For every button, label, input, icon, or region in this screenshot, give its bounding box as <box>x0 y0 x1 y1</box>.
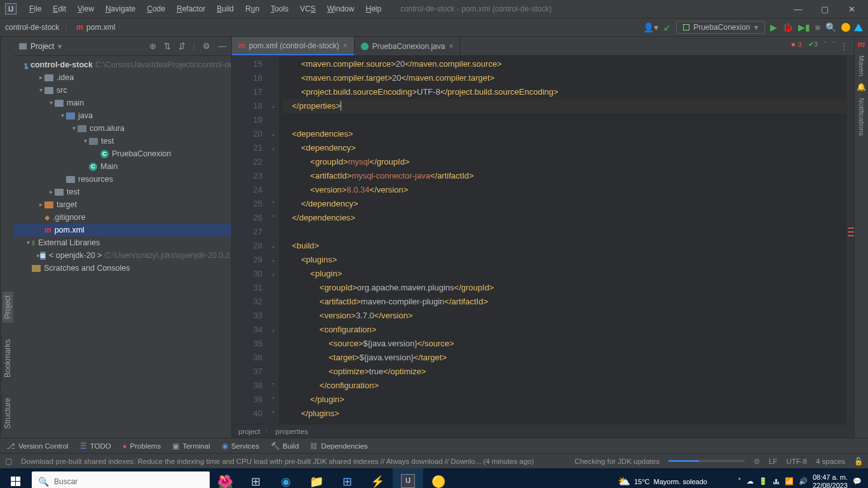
cancel-task-icon[interactable]: ⊘ <box>754 457 760 466</box>
intellij-icon[interactable]: IJ <box>393 468 423 488</box>
tray-volume-icon[interactable]: 🔊 <box>799 477 808 485</box>
debug-button[interactable]: 🐞 <box>782 22 793 32</box>
notifications-toolwindow-tab[interactable]: Notifications <box>858 95 865 139</box>
minimize-button[interactable]: — <box>787 4 810 14</box>
bcrumb-item[interactable]: project <box>238 428 261 435</box>
tree-jdk[interactable]: < openjdk-20 > <box>49 249 102 262</box>
dependencies-tab[interactable]: ⛓Dependencies <box>310 442 368 450</box>
structure-breadcrumb[interactable]: project 〉 properties <box>232 424 854 438</box>
inspection-up-icon[interactable]: ˆ <box>824 41 827 48</box>
store-icon[interactable]: ⊞ <box>332 468 362 488</box>
status-quick-icon[interactable]: ▢ <box>5 457 12 466</box>
tree-java[interactable]: java <box>78 109 93 122</box>
progress-bar[interactable] <box>668 460 745 462</box>
edge-icon[interactable]: ◉ <box>271 468 301 488</box>
breadcrumb[interactable]: control-de-stock 〉 m pom.xml <box>5 22 115 33</box>
select-opened-file-icon[interactable]: ⊕ <box>149 41 156 51</box>
run-coverage-button[interactable]: ▶▮ <box>798 22 810 32</box>
inspection-widget[interactable]: ● 3 ✔3 ˆ ˇ <box>790 39 835 49</box>
taskbar-search[interactable]: 🔍 Buscar <box>32 471 210 489</box>
code-with-me-icon[interactable]: 👤▾ <box>643 22 658 32</box>
menu-code[interactable]: Code <box>142 3 170 15</box>
start-button[interactable] <box>0 468 31 488</box>
readonly-icon[interactable]: 🔓 <box>854 457 863 466</box>
breadcrumb-file[interactable]: pom.xml <box>86 23 115 32</box>
terminal-tab[interactable]: ▣Terminal <box>172 442 210 451</box>
task-view-icon[interactable]: ⊞ <box>240 468 271 488</box>
status-message[interactable]: Download pre-built shared indexes: Reduc… <box>21 458 566 465</box>
tray-up-icon[interactable]: ˄ <box>738 477 742 485</box>
problems-tab[interactable]: ●Problems <box>123 442 161 450</box>
code-editor[interactable]: 1516171819202122232425262728293031323334… <box>232 56 854 424</box>
tree-gitignore[interactable]: .gitignore <box>53 211 85 224</box>
weather-widget[interactable]: ⛅ 15°C Mayorm. soleado <box>618 475 707 487</box>
editor-tab-prueba[interactable]: PruebaConexion.java × <box>355 37 461 55</box>
menu-edit[interactable]: Edit <box>48 3 71 15</box>
menu-build[interactable]: Build <box>212 3 239 15</box>
explorer-icon[interactable]: 📁 <box>301 468 332 488</box>
menu-window[interactable]: Window <box>322 3 360 15</box>
todo-tab[interactable]: ☰TODO <box>80 442 111 451</box>
line-gutter[interactable]: 1516171819202122232425262728293031323334… <box>232 56 268 424</box>
services-tab[interactable]: ◉Services <box>222 442 259 451</box>
expand-all-icon[interactable]: ⇅ <box>164 41 171 51</box>
tray-notifications-icon[interactable]: 💬 <box>853 477 862 485</box>
tree-pom[interactable]: pom.xml <box>55 224 85 236</box>
file-encoding[interactable]: UTF-8 <box>786 458 807 465</box>
tray-network-icon[interactable]: 🖧 <box>773 478 780 485</box>
project-tree[interactable]: ▾control-de-stockC:\Cursos\Java\IdeaProj… <box>14 56 231 438</box>
close-tab-icon[interactable]: × <box>343 41 348 50</box>
build-tab[interactable]: 🔨Build <box>271 442 299 451</box>
project-toolwindow-tab[interactable]: Project <box>1 292 13 323</box>
code-text[interactable]: <maven.compiler.source>20</maven.compile… <box>279 56 846 424</box>
menu-vcs[interactable]: VCS <box>295 3 321 15</box>
tree-package-test[interactable]: test <box>101 135 114 147</box>
breadcrumb-project[interactable]: control-de-stock <box>5 23 59 32</box>
line-separator[interactable]: LF <box>769 458 777 465</box>
version-control-tab[interactable]: ⎇Version Control <box>6 442 69 451</box>
ide-updates-icon[interactable] <box>854 24 863 31</box>
close-button[interactable]: ✕ <box>840 4 863 14</box>
menu-run[interactable]: Run <box>240 3 264 15</box>
bcrumb-item[interactable]: properties <box>276 428 308 435</box>
indent-setting[interactable]: 4 spaces <box>816 458 845 465</box>
inspection-down-icon[interactable]: ˇ <box>832 41 835 48</box>
hide-panel-icon[interactable]: — <box>218 41 226 51</box>
run-button[interactable]: ▶ <box>770 22 777 32</box>
taskbar-widget-icon[interactable]: 🌺 <box>210 468 240 488</box>
menu-navigate[interactable]: Navigate <box>100 3 140 15</box>
structure-toolwindow-tab[interactable]: Structure <box>1 394 13 433</box>
bookmarks-toolwindow-tab[interactable]: Bookmarks <box>1 336 13 381</box>
tree-class-main[interactable]: Main <box>100 160 118 173</box>
tray-onedrive-icon[interactable]: ☁ <box>747 477 754 485</box>
app-icon[interactable]: ⚡ <box>362 468 393 488</box>
close-tab-icon[interactable]: × <box>449 42 453 51</box>
update-project-icon[interactable]: ↙ <box>663 22 671 32</box>
menu-tools[interactable]: Tools <box>266 3 294 15</box>
tree-target[interactable]: target <box>57 198 77 211</box>
menu-file[interactable]: File <box>24 3 46 15</box>
menu-refactor[interactable]: Refactor <box>172 3 210 15</box>
tree-class-prueba[interactable]: PruebaConexion <box>112 147 171 160</box>
chrome-icon[interactable]: 🟡 <box>423 468 454 488</box>
tree-package[interactable]: com.alura <box>90 122 125 135</box>
tree-idea[interactable]: .idea <box>57 71 74 84</box>
tree-scratches[interactable]: Scratches and Consoles <box>44 262 130 274</box>
project-panel-title[interactable]: Project <box>31 42 54 51</box>
error-stripe[interactable] <box>846 56 854 424</box>
taskbar-clock[interactable]: 08:47 a. m. 22/08/2023 <box>813 473 848 489</box>
tree-root[interactable]: control-de-stock <box>31 58 93 71</box>
maven-toolwindow-tab[interactable]: Maven <box>858 53 865 79</box>
menu-help[interactable]: Help <box>360 3 386 15</box>
tree-src[interactable]: src <box>57 84 67 97</box>
stop-button[interactable]: ■ <box>815 22 820 32</box>
tree-main[interactable]: main <box>67 97 84 109</box>
settings-icon[interactable]: ⚙ <box>203 41 210 51</box>
tray-wifi-icon[interactable]: 📶 <box>785 477 794 485</box>
fold-gutter[interactable]: ⌄⌄⌄⌃⌃⌄⌄⌄⌄⌃⌃⌃ <box>268 56 279 424</box>
tabs-more-icon[interactable]: ⋮ <box>834 37 854 55</box>
menu-view[interactable]: View <box>72 3 99 15</box>
editor-tab-pom[interactable]: m pom.xml (control-de-stock) × <box>232 37 355 55</box>
tree-resources[interactable]: resources <box>78 173 113 186</box>
tree-external-libs[interactable]: External Libraries <box>38 236 100 249</box>
